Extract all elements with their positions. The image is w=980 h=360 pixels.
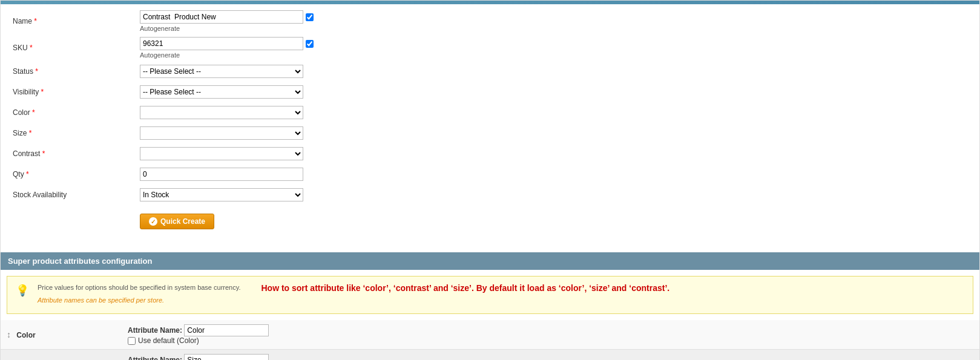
drag-handle-icon[interactable]: ↕ [7, 330, 15, 339]
sku-label-text: SKU [13, 44, 28, 52]
contrast-field [140, 147, 321, 160]
visibility-label-text: Visibility [13, 88, 39, 96]
color-row: Color * [13, 105, 967, 120]
contrast-select[interactable] [140, 147, 303, 160]
name-row: Name * Autogenerate [13, 10, 967, 32]
info-icon: 💡 [16, 284, 29, 297]
size-field [140, 126, 321, 140]
size-label: Size * [13, 129, 140, 137]
use-default-label: Use default (Color) [128, 336, 973, 345]
qty-label: Qty * [13, 170, 140, 178]
name-label-text: Name [13, 17, 32, 25]
attr-name-text: Color [16, 331, 35, 339]
contrast-label-text: Contrast [13, 149, 40, 158]
status-field: -- Please Select -- Enabled Disabled [140, 65, 321, 78]
super-product-title: Super product attributes configuration [8, 257, 152, 266]
size-label-text: Size [13, 129, 27, 137]
name-input[interactable] [140, 10, 303, 24]
info-text-block: Price values for options should be speci… [38, 283, 240, 307]
name-required: * [32, 17, 37, 25]
status-label-text: Status [13, 67, 33, 76]
size-select[interactable] [140, 126, 303, 140]
info-line2: Attribute names can be specified per sto… [38, 295, 240, 306]
size-required: * [27, 129, 31, 137]
super-product-section-header: Super product attributes configuration [1, 252, 979, 270]
main-container: Name * Autogenerate SKU * Autogenerate [0, 0, 980, 360]
stock-availability-field: In Stock Out of Stock [140, 188, 321, 201]
attribute-name-input[interactable] [184, 354, 269, 360]
sku-autogenerate-checkbox[interactable] [306, 40, 314, 48]
color-label-text: Color [13, 108, 30, 117]
attr-name-field-cell: Attribute Name: Use default (Size) [122, 350, 979, 361]
contrast-required: * [40, 149, 45, 158]
attribute-name-input[interactable] [184, 324, 269, 336]
name-input-group [140, 10, 321, 24]
qty-required: * [24, 170, 29, 178]
name-autogenerate-label: Autogenerate [140, 25, 321, 32]
qty-input[interactable] [140, 168, 303, 181]
attr-drag-cell: ↕ Color [1, 320, 122, 350]
sku-autogenerate-label: Autogenerate [140, 51, 321, 59]
attr-drag-cell: ↕ Size [1, 350, 122, 361]
sort-notice: How to sort attribute like ‘color’, ‘con… [249, 283, 964, 295]
quick-create-row: ✓ Quick Create [140, 208, 967, 229]
stock-availability-row: Stock Availability In Stock Out of Stock [13, 187, 967, 203]
quick-create-icon: ✓ [149, 217, 157, 226]
size-row: Size * [13, 125, 967, 141]
contrast-row: Contrast * [13, 146, 967, 162]
name-autogenerate-checkbox[interactable] [306, 13, 314, 21]
stock-availability-select[interactable]: In Stock Out of Stock [140, 188, 303, 201]
info-line1: Price values for options should be speci… [38, 283, 240, 293]
stock-availability-label: Stock Availability [13, 191, 140, 199]
sku-input[interactable] [140, 37, 303, 50]
name-field: Autogenerate [140, 10, 321, 32]
visibility-select[interactable]: -- Please Select -- Catalog, Search Not … [140, 85, 303, 99]
form-section: Name * Autogenerate SKU * Autogenerate [1, 4, 979, 246]
attribute-name-label: Attribute Name: [128, 326, 182, 335]
quick-create-label: Quick Create [160, 217, 205, 226]
visibility-field: -- Please Select -- Catalog, Search Not … [140, 85, 321, 99]
status-label: Status * [13, 67, 140, 76]
sku-field: Autogenerate [140, 37, 321, 59]
sku-label: SKU * [13, 44, 140, 52]
quick-create-button[interactable]: ✓ Quick Create [140, 214, 214, 229]
use-default-checkbox[interactable] [128, 337, 136, 345]
attr-name-field-cell: Attribute Name: Use default (Color) [122, 320, 979, 350]
color-required: * [30, 108, 35, 117]
status-required: * [33, 67, 38, 76]
visibility-row: Visibility * -- Please Select -- Catalog… [13, 84, 967, 100]
color-select[interactable] [140, 106, 303, 119]
sku-required: * [28, 44, 33, 52]
info-box: 💡 Price values for options should be spe… [7, 276, 973, 314]
qty-row: Qty * [13, 166, 967, 182]
sku-input-group [140, 37, 321, 50]
status-row: Status * -- Please Select -- Enabled Dis… [13, 64, 967, 79]
attribute-row: ↕ Size Attribute Name: Use default (Size… [1, 350, 979, 361]
visibility-label: Visibility * [13, 88, 140, 96]
name-label: Name * [13, 17, 140, 25]
status-select[interactable]: -- Please Select -- Enabled Disabled [140, 65, 303, 78]
qty-label-text: Qty [13, 170, 24, 178]
contrast-label: Contrast * [13, 149, 140, 158]
color-field [140, 106, 321, 119]
color-label: Color * [13, 108, 140, 117]
use-default-text: Use default (Color) [138, 336, 199, 345]
attribute-row: ↕ Color Attribute Name: Use default (Col… [1, 320, 979, 350]
attributes-table: ↕ Color Attribute Name: Use default (Col… [1, 320, 979, 360]
sku-row: SKU * Autogenerate [13, 37, 967, 59]
qty-field [140, 168, 321, 181]
attribute-name-label: Attribute Name: [128, 356, 182, 360]
stock-availability-label-text: Stock Availability [13, 191, 67, 199]
visibility-required: * [39, 88, 44, 96]
